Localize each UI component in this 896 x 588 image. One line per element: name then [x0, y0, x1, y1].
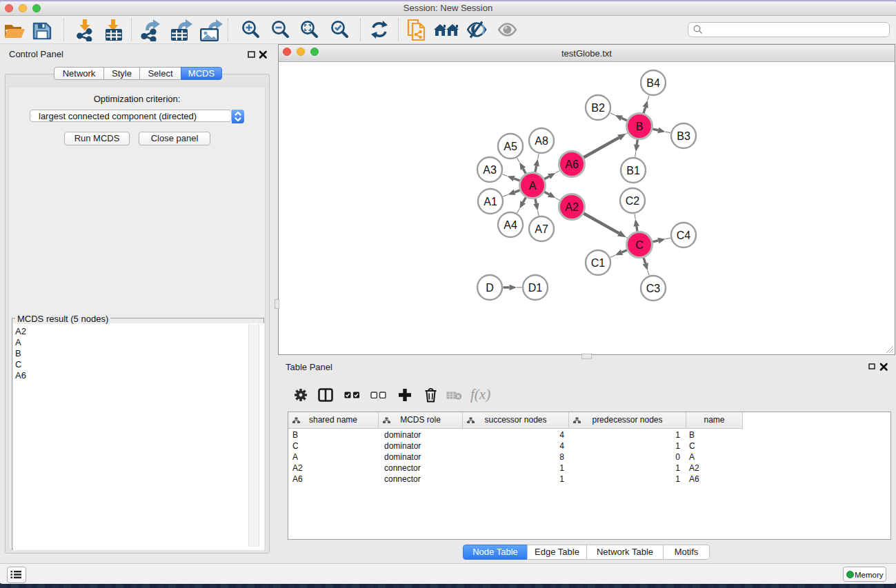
svg-text:A3: A3 [483, 164, 497, 176]
svg-text:C: C [635, 239, 644, 251]
svg-text:A5: A5 [504, 141, 517, 152]
svg-text:B2: B2 [591, 102, 605, 114]
svg-text:A8: A8 [535, 135, 548, 147]
svg-text:B4: B4 [646, 77, 660, 89]
svg-text:A6: A6 [565, 159, 579, 170]
svg-text:C1: C1 [591, 257, 606, 269]
svg-text:A1: A1 [484, 196, 497, 207]
svg-text:C2: C2 [626, 195, 640, 207]
svg-text:D1: D1 [528, 282, 543, 294]
svg-text:B1: B1 [626, 165, 640, 176]
svg-text:A4: A4 [504, 219, 517, 231]
svg-text:A2: A2 [565, 201, 579, 213]
svg-text:D: D [486, 282, 494, 294]
svg-text:B3: B3 [677, 130, 690, 142]
svg-text:C4: C4 [677, 230, 691, 241]
svg-text:B: B [636, 121, 644, 132]
svg-text:A: A [529, 180, 537, 192]
svg-text:C3: C3 [646, 283, 661, 294]
svg-text:A7: A7 [535, 223, 548, 235]
